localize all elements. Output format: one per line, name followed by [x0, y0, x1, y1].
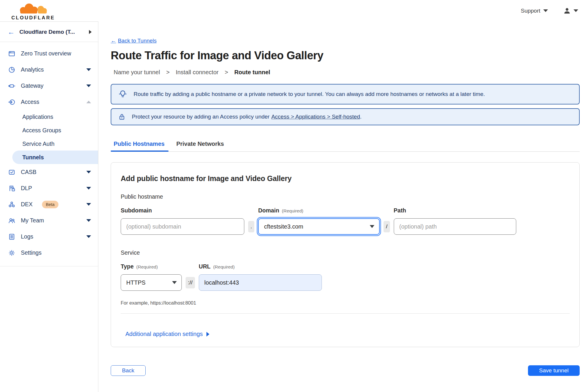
- step-separator: >: [225, 69, 228, 76]
- beta-badge: Beta: [42, 201, 58, 208]
- step-route-tunnel: Route tunnel: [234, 69, 270, 76]
- sidebar-item-settings[interactable]: Settings: [0, 245, 98, 261]
- back-link-label: Back to Tunnels: [118, 38, 157, 44]
- sidebar-subitem-label: Tunnels: [22, 154, 44, 161]
- support-label: Support: [521, 8, 540, 14]
- sidebar-item-label: Settings: [21, 249, 41, 256]
- chevron-up-icon: [86, 101, 91, 103]
- hostname-fields-row: Subdomain . Domain (Required) cftestsite…: [121, 207, 570, 235]
- subdomain-input[interactable]: [121, 218, 244, 235]
- cloudflare-cloud-icon: [17, 2, 50, 15]
- back-button[interactable]: Back: [111, 365, 146, 376]
- sidebar-item-tunnels[interactable]: Tunnels: [12, 151, 98, 164]
- chevron-down-icon: [86, 235, 91, 238]
- back-to-tunnels-link[interactable]: ←Back to Tunnels: [111, 38, 157, 44]
- cloud-check-icon: [8, 168, 16, 176]
- chevron-down-icon: [543, 9, 548, 12]
- sidebar-item-label: CASB: [21, 169, 36, 175]
- required-hint: (Required): [282, 208, 303, 214]
- public-hostname-group-label: Public hostname: [121, 193, 570, 200]
- subdomain-label: Subdomain: [121, 207, 152, 214]
- card-heading: Add public hostname for Image and Video …: [121, 174, 570, 183]
- window-icon: [8, 50, 16, 58]
- service-type-select[interactable]: HTTPS: [121, 274, 182, 291]
- tab-private-networks[interactable]: Private Networks: [176, 141, 224, 151]
- sidebar-item-gateway[interactable]: Gateway: [0, 78, 98, 94]
- sidebar-item-applications[interactable]: Applications: [0, 110, 98, 124]
- service-type-value: HTTPS: [126, 279, 146, 286]
- access-policy-banner: Protect your resource by adding an Acces…: [111, 108, 580, 125]
- additional-settings-toggle[interactable]: Additional application settings: [125, 331, 209, 337]
- sidebar-item-logs[interactable]: Logs: [0, 229, 98, 245]
- sidebar-subitem-label: Access Groups: [22, 127, 61, 134]
- chevron-down-icon: [370, 225, 374, 228]
- service-fields-row: Type (Required) HTTPS :// URL (Required): [121, 263, 570, 291]
- url-example-hint: For example, https://localhost:8001: [121, 300, 570, 306]
- sidebar-item-access[interactable]: Access: [0, 94, 98, 110]
- account-switcher[interactable]: ← Cloudflare Demo (T...: [0, 22, 98, 42]
- wizard-footer: Back Save tunnel: [111, 365, 580, 376]
- people-icon: [8, 217, 16, 224]
- chevron-down-icon: [86, 171, 91, 173]
- sidebar-item-zero-trust-overview[interactable]: Zero Trust overview: [0, 45, 98, 62]
- service-group-label: Service: [121, 249, 570, 256]
- sidebar-nav: Zero Trust overview Analytics Gateway: [0, 42, 98, 266]
- access-login-icon: [8, 98, 16, 106]
- banner-text-suffix: .: [360, 114, 361, 120]
- sidebar-item-label: DLP: [21, 185, 32, 192]
- url-input[interactable]: [199, 274, 322, 291]
- sidebar-item-label: Access: [21, 99, 39, 105]
- path-input[interactable]: [394, 218, 516, 235]
- main-content: ←Back to Tunnels Route Traffic for Image…: [98, 21, 587, 392]
- add-public-hostname-card: Add public hostname for Image and Video …: [111, 162, 580, 347]
- route-traffic-info-banner: Route traffic by adding a public hostnam…: [111, 84, 580, 104]
- network-nodes-icon: [8, 201, 16, 208]
- required-hint: (Required): [213, 264, 235, 270]
- user-menu[interactable]: [563, 7, 578, 15]
- gear-icon: [8, 249, 16, 257]
- sidebar-subitem-label: Applications: [22, 114, 53, 120]
- access-applications-self-hosted-link[interactable]: Access > Applications > Self-hosted: [271, 114, 360, 120]
- domain-select[interactable]: cftestsite3.com: [258, 218, 380, 235]
- top-header: CLOUDFLARE Support: [0, 0, 587, 21]
- chevron-down-icon: [573, 9, 578, 12]
- sidebar-item-label: Logs: [21, 233, 33, 240]
- step-name-your-tunnel[interactable]: Name your tunnel: [114, 69, 160, 76]
- chevron-right-icon: [206, 332, 209, 337]
- sidebar-item-access-groups[interactable]: Access Groups: [0, 124, 98, 137]
- sidebar-item-dex[interactable]: DEX Beta: [0, 196, 98, 212]
- user-icon: [563, 7, 571, 15]
- chevron-down-icon: [86, 85, 91, 87]
- sidebar-item-label: Analytics: [21, 66, 44, 73]
- banner-text-prefix: Protect your resource by adding an Acces…: [132, 114, 270, 120]
- banner-text: Protect your resource by adding an Acces…: [132, 114, 361, 120]
- sidebar-item-casb[interactable]: CASB: [0, 164, 98, 180]
- sidebar-item-analytics[interactable]: Analytics: [0, 62, 98, 78]
- sidebar-item-dlp[interactable]: DLP: [0, 180, 98, 196]
- additional-settings-label: Additional application settings: [125, 331, 203, 337]
- type-label: Type: [121, 263, 134, 270]
- dot-separator: .: [248, 221, 254, 232]
- step-separator: >: [166, 69, 170, 76]
- chevron-down-icon: [86, 219, 91, 222]
- logo-wordmark: CLOUDFLARE: [11, 15, 55, 21]
- sidebar-item-my-team[interactable]: My Team: [0, 212, 98, 229]
- chevron-down-icon: [86, 203, 91, 206]
- sidebar-item-service-auth[interactable]: Service Auth: [0, 137, 98, 151]
- url-label: URL: [199, 263, 211, 270]
- card-divider: [121, 313, 570, 314]
- domain-label: Domain: [258, 207, 279, 214]
- hostname-tabs: Public Hostnames Private Networks: [111, 141, 580, 152]
- step-install-connector[interactable]: Install connector: [176, 69, 219, 76]
- chevron-down-icon: [86, 187, 91, 190]
- tab-public-hostnames[interactable]: Public Hostnames: [114, 141, 164, 151]
- support-menu[interactable]: Support: [521, 8, 548, 14]
- sidebar-item-label: My Team: [21, 217, 44, 224]
- domain-select-value: cftestsite3.com: [264, 223, 303, 230]
- sidebar-item-label: DEX: [21, 201, 33, 208]
- lightbulb-icon: [118, 89, 128, 99]
- account-name: Cloudflare Demo (T...: [19, 29, 84, 35]
- wizard-steps: Name your tunnel > Install connector > R…: [111, 69, 580, 76]
- save-tunnel-button[interactable]: Save tunnel: [528, 365, 580, 376]
- chevron-right-icon: [89, 30, 92, 34]
